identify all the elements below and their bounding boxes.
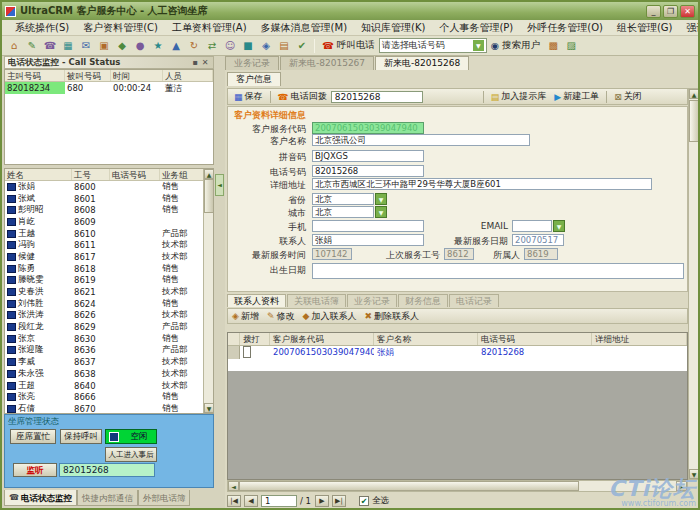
toolbar-icon[interactable]: ✔ [294,38,310,53]
add-to-tips-button[interactable]: ▤ 加入提示库 [487,90,551,103]
agents-scrollbar[interactable]: ▲ ▼ [203,169,213,413]
dial-checkbox-cell[interactable] [240,346,270,359]
menu-item[interactable]: 强讯内部管理(Q) [680,21,700,35]
tab-internal-messaging[interactable]: 快捷内部通信 [77,490,138,506]
pin-icon[interactable]: ▪ [190,57,200,68]
hold-call-button[interactable]: 保持呼叫 [60,429,102,444]
toolbar-icon[interactable]: ✉ [78,38,94,53]
agent-row[interactable]: 陈勇 8618 销售 [5,263,213,275]
contacts-action-button[interactable]: ◆ 加入联系人 [298,310,360,323]
name-field[interactable]: 北京强讯公司 [312,134,530,146]
agent-row[interactable]: 李威 8637 技术部 [5,356,213,368]
tab-finance-info[interactable]: 财务信息 [398,294,448,307]
minimize-button[interactable]: _ [646,5,661,18]
scroll-down-icon[interactable]: ▼ [204,403,214,413]
tab-contacts[interactable]: 联系人资料 [227,294,286,307]
agent-row[interactable]: 张亮 8666 销售 [5,391,213,403]
search-user-button[interactable]: ◉ 搜索用户 [487,39,544,52]
province-select[interactable]: 北京 [312,193,374,205]
close-icon[interactable]: ✕ [200,57,210,68]
toolbar-icon[interactable]: ✎ [24,38,40,53]
code-field[interactable]: 2007061503039047940 [312,122,424,134]
menu-item[interactable]: 多媒体消息管理(M) [254,21,354,35]
agent-row[interactable]: 石倩 8670 销售 [5,403,213,414]
agent-row[interactable]: 张京 8630 销售 [5,333,213,345]
menu-item[interactable]: 组长管理(G) [610,21,680,35]
toolbar-icon[interactable]: ⌂ [6,38,22,53]
tab-incoming-call-2[interactable]: 新来电-82015268 [375,56,469,70]
toolbar-icon[interactable]: ● [132,38,148,53]
toolbar-icon[interactable]: ★ [150,38,166,53]
menu-item[interactable]: 客户资料管理(C) [76,21,165,35]
dial-phone-button[interactable]: ☎ 呼叫电话 [318,39,379,52]
menu-item[interactable]: 工单资料管理(A) [165,21,254,35]
tab-call-log[interactable]: 电话记录 [449,294,499,307]
afterwork-button[interactable]: 人工进入事后 [105,447,157,462]
tab-linked-phonebook[interactable]: 关联电话簿 [287,294,346,307]
scrollbar-thumb[interactable] [239,481,579,491]
toolbar-icon[interactable]: ◈ [258,38,274,53]
first-page-button[interactable]: |◀ [227,495,241,507]
toolbar-icon[interactable]: ▲ [168,38,184,53]
contacts-action-button[interactable]: ✖ 删除联系人 [360,310,423,323]
agent-row[interactable]: 王超 8640 技术部 [5,380,213,392]
panel-splitter[interactable]: ◄ [214,56,225,508]
tab-call-status[interactable]: ☎ 电话状态监控 [4,490,77,506]
agent-row[interactable]: 段红龙 8629 产品部 [5,321,213,333]
address-field[interactable]: 北京市西城区北三环中路甲29号华尊大厦B座601 [312,178,652,190]
page-number-input[interactable]: 1 [261,495,297,507]
toolbar-icon[interactable]: ▤ [276,38,292,53]
agent-row[interactable]: 张娟 8600 销售 [5,181,213,193]
next-page-button[interactable]: ▶ [315,495,329,507]
select-all-checkbox[interactable]: ✔ [359,496,369,506]
agent-row[interactable]: 史春洪 8621 技术部 [5,286,213,298]
agent-row[interactable]: 冯驹 8611 技术部 [5,239,213,251]
agent-row[interactable]: 张迎隆 8636 产品部 [5,345,213,357]
agent-phone-field[interactable]: 82015268 [59,463,155,477]
agent-row[interactable]: 肖屹 8609 [5,216,213,228]
toolbar-icon[interactable]: ☎ [42,38,58,53]
callback-button[interactable]: ☎ 电话回拨 [274,90,331,103]
tab-customer-info[interactable]: 客户信息 [227,72,281,86]
callback-number-field[interactable]: 82015268 [331,91,423,103]
contact-field[interactable]: 张娟 [312,234,424,246]
close-session-button[interactable]: ⊠ 关闭 [610,90,646,103]
checkbox-icon[interactable] [243,346,251,358]
scroll-up-icon[interactable]: ▲ [689,89,699,99]
contacts-action-button[interactable]: ◈ 新增 [228,310,263,323]
horizontal-scrollbar[interactable]: ◄ ► [227,480,688,492]
menu-item[interactable]: 系统操作(S) [8,21,76,35]
restore-button[interactable]: ❐ [663,5,678,18]
set-busy-button[interactable]: 座席置忙 [10,429,56,444]
scrollbar-thumb[interactable] [689,100,699,142]
scroll-left-icon[interactable]: ◄ [228,481,239,491]
agent-row[interactable]: 候健 8617 技术部 [5,251,213,263]
pinyin-field[interactable]: BJQXGS [312,150,424,162]
save-button[interactable]: ▦ 保存 [230,90,267,103]
chevron-down-icon[interactable]: ▼ [553,220,565,232]
toolbar-icon[interactable]: ☺ [222,38,238,53]
menu-item[interactable]: 外呼任务管理(O) [520,21,610,35]
tab-business-records[interactable]: 业务记录 [225,56,279,70]
agent-row[interactable]: 彭明昭 8608 销售 [5,204,213,216]
collapse-panel-icon[interactable]: ◄ [215,174,224,196]
phone-number-select[interactable]: 请选择电话号码 ▼ [379,38,487,53]
toolbar-icon[interactable]: ■ [240,38,256,53]
chevron-down-icon[interactable]: ▼ [375,206,387,218]
agent-row[interactable]: 滕晓雯 8619 销售 [5,275,213,287]
scroll-up-icon[interactable]: ▲ [204,169,214,179]
scroll-right-icon[interactable]: ► [676,481,687,491]
toolbar-icon[interactable]: ◆ [114,38,130,53]
mobile-field[interactable] [312,220,424,232]
tab-business-log[interactable]: 业务记录 [347,294,397,307]
agent-row[interactable]: 张洪涛 8626 技术部 [5,310,213,322]
toolbar-icon[interactable]: ↻ [186,38,202,53]
agent-row[interactable]: 张斌 8601 销售 [5,193,213,205]
close-button[interactable]: ✕ [680,5,695,18]
contacts-action-button[interactable]: ✎ 修改 [263,310,299,323]
contact-row[interactable]: 2007061503039047940 张娟 82015268 [228,346,687,359]
toolbar-icon[interactable]: ▩ [545,38,561,53]
monitor-button[interactable]: 监听 [13,463,57,477]
agent-row[interactable]: 朱永强 8638 技术部 [5,368,213,380]
tab-external-phonebook[interactable]: 外部电话簿 [138,490,191,506]
